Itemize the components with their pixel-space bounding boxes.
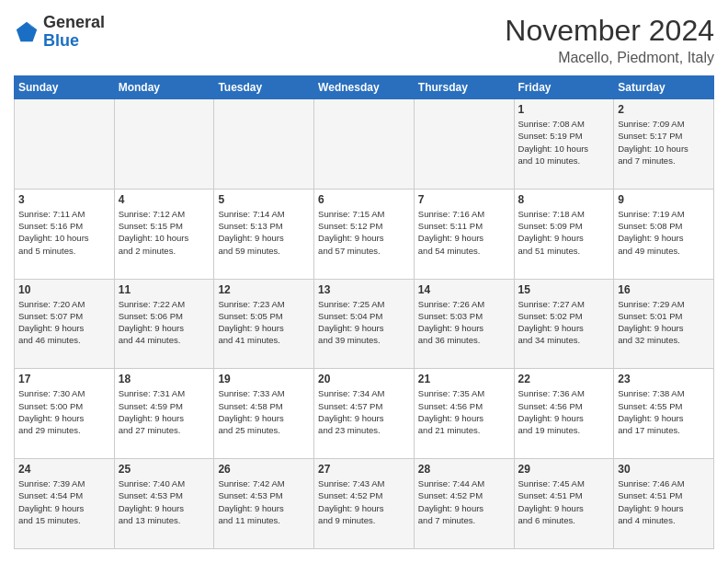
calendar-cell: 24Sunrise: 7:39 AM Sunset: 4:54 PM Dayli… <box>15 459 115 549</box>
calendar-cell: 8Sunrise: 7:18 AM Sunset: 5:09 PM Daylig… <box>514 189 614 279</box>
day-info: Sunrise: 7:44 AM Sunset: 4:52 PM Dayligh… <box>418 477 510 526</box>
day-number: 20 <box>318 373 410 385</box>
calendar-cell: 4Sunrise: 7:12 AM Sunset: 5:15 PM Daylig… <box>114 189 214 279</box>
day-number: 26 <box>218 463 310 476</box>
calendar-header: SundayMondayTuesdayWednesdayThursdayFrid… <box>15 76 714 99</box>
calendar-cell: 11Sunrise: 7:22 AM Sunset: 5:06 PM Dayli… <box>114 279 214 369</box>
calendar-cell: 30Sunrise: 7:46 AM Sunset: 4:51 PM Dayli… <box>614 459 714 549</box>
logo-general-text: General <box>43 13 105 31</box>
day-info: Sunrise: 7:16 AM Sunset: 5:11 PM Dayligh… <box>418 208 510 257</box>
calendar-cell: 29Sunrise: 7:45 AM Sunset: 4:51 PM Dayli… <box>514 459 614 549</box>
day-number: 16 <box>618 283 710 296</box>
day-info: Sunrise: 7:36 AM Sunset: 4:56 PM Dayligh… <box>518 387 610 436</box>
day-number: 2 <box>618 103 710 116</box>
day-info: Sunrise: 7:22 AM Sunset: 5:06 PM Dayligh… <box>119 298 210 347</box>
day-number: 23 <box>618 373 710 385</box>
day-info: Sunrise: 7:27 AM Sunset: 5:02 PM Dayligh… <box>518 298 610 347</box>
day-number: 7 <box>418 193 510 206</box>
day-number: 12 <box>218 283 310 296</box>
calendar-cell: 16Sunrise: 7:29 AM Sunset: 5:01 PM Dayli… <box>614 279 714 369</box>
weekday-header-monday: Monday <box>114 76 214 99</box>
weekday-header-friday: Friday <box>514 76 614 99</box>
day-info: Sunrise: 7:29 AM Sunset: 5:01 PM Dayligh… <box>618 298 710 347</box>
week-row-2: 3Sunrise: 7:11 AM Sunset: 5:16 PM Daylig… <box>15 189 714 279</box>
calendar-cell: 27Sunrise: 7:43 AM Sunset: 4:52 PM Dayli… <box>314 459 415 549</box>
day-info: Sunrise: 7:12 AM Sunset: 5:15 PM Dayligh… <box>119 208 210 257</box>
weekday-header-wednesday: Wednesday <box>314 76 415 99</box>
day-number: 17 <box>18 373 110 385</box>
calendar-cell: 21Sunrise: 7:35 AM Sunset: 4:56 PM Dayli… <box>414 369 514 459</box>
day-number: 1 <box>518 103 610 116</box>
day-info: Sunrise: 7:45 AM Sunset: 4:51 PM Dayligh… <box>518 477 610 526</box>
logo-blue-text: Blue <box>43 31 79 50</box>
day-info: Sunrise: 7:39 AM Sunset: 4:54 PM Dayligh… <box>18 477 110 526</box>
weekday-header-sunday: Sunday <box>15 76 115 99</box>
calendar-cell: 18Sunrise: 7:31 AM Sunset: 4:59 PM Dayli… <box>114 369 214 459</box>
calendar-cell: 22Sunrise: 7:36 AM Sunset: 4:56 PM Dayli… <box>514 369 614 459</box>
logo: General Blue <box>14 14 105 51</box>
week-row-5: 24Sunrise: 7:39 AM Sunset: 4:54 PM Dayli… <box>15 459 714 549</box>
day-info: Sunrise: 7:30 AM Sunset: 5:00 PM Dayligh… <box>18 387 110 436</box>
day-info: Sunrise: 7:08 AM Sunset: 5:19 PM Dayligh… <box>518 118 610 167</box>
day-number: 30 <box>618 463 710 476</box>
day-number: 21 <box>418 373 510 385</box>
day-info: Sunrise: 7:31 AM Sunset: 4:59 PM Dayligh… <box>119 387 210 436</box>
day-info: Sunrise: 7:11 AM Sunset: 5:16 PM Dayligh… <box>18 208 110 257</box>
day-info: Sunrise: 7:26 AM Sunset: 5:03 PM Dayligh… <box>418 298 510 347</box>
day-number: 14 <box>418 283 510 296</box>
weekday-header-thursday: Thursday <box>414 76 514 99</box>
weekday-header-tuesday: Tuesday <box>214 76 314 99</box>
day-info: Sunrise: 7:38 AM Sunset: 4:55 PM Dayligh… <box>618 387 710 436</box>
day-info: Sunrise: 7:25 AM Sunset: 5:04 PM Dayligh… <box>318 298 410 347</box>
calendar-cell: 25Sunrise: 7:40 AM Sunset: 4:53 PM Dayli… <box>114 459 214 549</box>
day-number: 5 <box>218 193 310 206</box>
calendar-cell: 20Sunrise: 7:34 AM Sunset: 4:57 PM Dayli… <box>314 369 415 459</box>
day-number: 19 <box>218 373 310 385</box>
day-number: 4 <box>119 193 210 206</box>
svg-marker-0 <box>17 22 37 41</box>
calendar-cell: 13Sunrise: 7:25 AM Sunset: 5:04 PM Dayli… <box>314 279 415 369</box>
weekday-row: SundayMondayTuesdayWednesdayThursdayFrid… <box>15 76 714 99</box>
calendar-cell: 23Sunrise: 7:38 AM Sunset: 4:55 PM Dayli… <box>614 369 714 459</box>
day-number: 8 <box>518 193 610 206</box>
calendar-cell: 12Sunrise: 7:23 AM Sunset: 5:05 PM Dayli… <box>214 279 314 369</box>
day-number: 25 <box>119 463 210 476</box>
day-info: Sunrise: 7:23 AM Sunset: 5:05 PM Dayligh… <box>218 298 310 347</box>
logo-icon <box>14 19 40 45</box>
day-number: 10 <box>18 283 110 296</box>
calendar-cell: 6Sunrise: 7:15 AM Sunset: 5:12 PM Daylig… <box>314 189 415 279</box>
day-info: Sunrise: 7:42 AM Sunset: 4:53 PM Dayligh… <box>218 477 310 526</box>
weekday-header-saturday: Saturday <box>614 76 714 99</box>
header: General Blue November 2024 Macello, Pied… <box>14 14 714 66</box>
day-number: 11 <box>119 283 210 296</box>
day-number: 3 <box>18 193 110 206</box>
calendar: SundayMondayTuesdayWednesdayThursdayFrid… <box>14 75 714 549</box>
day-number: 24 <box>18 463 110 476</box>
day-info: Sunrise: 7:35 AM Sunset: 4:56 PM Dayligh… <box>418 387 510 436</box>
calendar-cell <box>314 99 415 190</box>
calendar-cell <box>15 99 115 190</box>
title-block: November 2024 Macello, Piedmont, Italy <box>505 14 714 66</box>
day-info: Sunrise: 7:14 AM Sunset: 5:13 PM Dayligh… <box>218 208 310 257</box>
calendar-cell: 2Sunrise: 7:09 AM Sunset: 5:17 PM Daylig… <box>614 99 714 190</box>
location: Macello, Piedmont, Italy <box>505 50 714 66</box>
calendar-cell: 14Sunrise: 7:26 AM Sunset: 5:03 PM Dayli… <box>414 279 514 369</box>
calendar-cell <box>414 99 514 190</box>
day-number: 27 <box>318 463 410 476</box>
day-info: Sunrise: 7:34 AM Sunset: 4:57 PM Dayligh… <box>318 387 410 436</box>
day-number: 22 <box>518 373 610 385</box>
day-info: Sunrise: 7:46 AM Sunset: 4:51 PM Dayligh… <box>618 477 710 526</box>
month-title: November 2024 <box>505 14 714 48</box>
day-info: Sunrise: 7:19 AM Sunset: 5:08 PM Dayligh… <box>618 208 710 257</box>
calendar-cell: 10Sunrise: 7:20 AM Sunset: 5:07 PM Dayli… <box>15 279 115 369</box>
week-row-3: 10Sunrise: 7:20 AM Sunset: 5:07 PM Dayli… <box>15 279 714 369</box>
week-row-1: 1Sunrise: 7:08 AM Sunset: 5:19 PM Daylig… <box>15 99 714 190</box>
calendar-cell: 17Sunrise: 7:30 AM Sunset: 5:00 PM Dayli… <box>15 369 115 459</box>
day-info: Sunrise: 7:09 AM Sunset: 5:17 PM Dayligh… <box>618 118 710 167</box>
calendar-cell: 3Sunrise: 7:11 AM Sunset: 5:16 PM Daylig… <box>15 189 115 279</box>
day-number: 18 <box>119 373 210 385</box>
day-info: Sunrise: 7:15 AM Sunset: 5:12 PM Dayligh… <box>318 208 410 257</box>
page: General Blue November 2024 Macello, Pied… <box>0 0 728 563</box>
calendar-cell: 15Sunrise: 7:27 AM Sunset: 5:02 PM Dayli… <box>514 279 614 369</box>
calendar-cell: 5Sunrise: 7:14 AM Sunset: 5:13 PM Daylig… <box>214 189 314 279</box>
